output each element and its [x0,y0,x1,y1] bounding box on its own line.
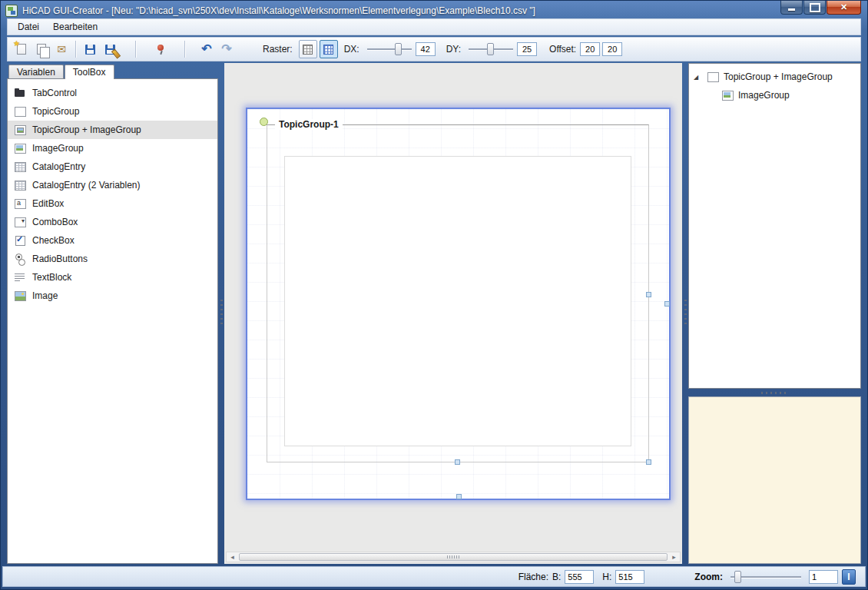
toolbox-item-checkbox[interactable]: CheckBox [8,231,217,250]
grid-snap-icon [323,45,333,55]
topicgroup-icon [707,71,719,83]
resize-handle-group-right[interactable] [646,292,651,297]
menu-datei[interactable]: Datei [11,20,46,34]
toolbox-item-radiobuttons[interactable]: RadioButtons [8,250,217,268]
main-area: Variablen ToolBox TabControl TopicGroup … [7,63,861,564]
right-splitter[interactable] [682,63,688,564]
selected-design-surface[interactable]: TopicGroup-1 [246,108,671,500]
dx-slider[interactable] [367,42,412,56]
tree-item-label: ImageGroup [738,90,790,101]
toolbox-item-label: TopicGroup [32,106,79,117]
right-horizontal-splitter[interactable] [688,389,861,396]
scrollbar-thumb[interactable] [239,553,668,561]
zoom-slider-thumb[interactable] [734,571,741,583]
toolbox-item-catalogentry-2[interactable]: CatalogEntry (2 Variablen) [8,176,217,194]
undo-button[interactable]: ↶ [197,39,217,59]
right-panel: ◢ TopicGroup + ImageGroup ImageGroup [688,63,861,564]
tab-toolbox[interactable]: ToolBox [65,65,114,79]
tree-item-root[interactable]: ◢ TopicGroup + ImageGroup [689,68,860,86]
app-window: HiCAD GUI-Creator - [Neu: "D:\hicad_svn\… [0,0,868,590]
toolbox-item-label: CheckBox [32,235,75,246]
zoom-label: Zoom: [694,572,723,582]
grid-icon [303,45,313,55]
tree-expander-icon[interactable]: ◢ [694,74,702,81]
left-panel-tabs: Variablen ToolBox [7,63,218,78]
maximize-button[interactable] [803,1,826,15]
toolbox-item-combobox[interactable]: ComboBox [8,213,217,231]
toolbox-item-textblock[interactable]: TextBlock [8,268,217,287]
menu-bearbeiten[interactable]: Bearbeiten [46,20,104,34]
tree-item-label: TopicGroup + ImageGroup [724,71,833,82]
imagegroup-icon [14,142,26,154]
close-button[interactable] [827,1,861,15]
save-as-button[interactable] [100,39,120,59]
toolbox-item-label: EditBox [32,198,64,209]
dx-input[interactable] [416,42,436,56]
property-panel[interactable] [688,396,861,564]
offset-x-input[interactable] [580,42,600,56]
zoom-input[interactable] [809,570,838,584]
title-bar[interactable]: HiCAD GUI-Creator - [Neu: "D:\hicad_svn\… [1,1,867,18]
resize-handle-surface-bottom[interactable] [456,494,462,499]
pin-icon [155,43,166,55]
toolbar-separator [184,41,185,58]
horizontal-scrollbar[interactable]: ◂ ▸ [226,552,681,562]
raster-grid-button[interactable] [299,40,317,58]
element-tree: ◢ TopicGroup + ImageGroup ImageGroup [688,63,861,389]
left-splitter[interactable] [218,63,224,564]
toolbox-item-imagegroup[interactable]: ImageGroup [8,139,217,157]
area-label: Fläche: [518,572,548,582]
resize-handle-surface-right[interactable] [664,301,670,307]
splitter-grip-icon [684,300,687,327]
toolbox-item-topicgroup[interactable]: TopicGroup [8,102,217,121]
resize-handle-group-bottom[interactable] [455,459,460,465]
dy-slider[interactable] [469,42,513,56]
tree-item-imagegroup[interactable]: ImageGroup [689,86,860,104]
toolbox-item-topicgroup-imagegroup[interactable]: TopicGroup + ImageGroup [8,121,217,139]
zoom-tool-icon: I [847,572,850,582]
toolbox-list: TabControl TopicGroup TopicGroup + Image… [7,78,218,564]
topicgroup-element[interactable]: TopicGroup-1 [267,124,649,462]
toolbox-item-label: ComboBox [32,217,78,227]
new-button[interactable] [12,39,31,59]
app-icon [5,5,18,17]
dy-input[interactable] [517,42,537,56]
redo-button[interactable]: ↷ [217,39,237,59]
dy-label: DY: [446,44,461,55]
toolbox-item-catalogentry[interactable]: CatalogEntry [8,157,217,176]
scroll-left-icon[interactable]: ◂ [227,552,238,562]
tab-variablen[interactable]: Variablen [8,65,64,78]
width-input[interactable] [565,570,594,584]
raster-snap-button[interactable] [320,40,338,58]
toolbox-item-editbox[interactable]: EditBox [8,194,217,213]
dx-label: DX: [344,44,359,55]
toolbox-item-tabcontrol[interactable]: TabControl [8,84,217,102]
new-from-template-button[interactable] [31,39,51,59]
zoom-tool-button[interactable]: I [842,569,856,585]
toolbar: ✉ ↶ ↷ Raster: DX: DY: Offset: [7,37,861,61]
design-canvas[interactable]: TopicGroup-1 ◂ ▸ [224,63,682,564]
tabcontrol-icon [14,87,26,99]
window-controls [780,1,861,15]
dx-slider-track[interactable] [367,48,412,50]
splitter-grip-icon [761,392,789,394]
toolbox-item-image[interactable]: Image [8,287,217,305]
redo-icon: ↷ [221,43,231,55]
pin-button[interactable] [151,39,171,59]
open-button[interactable]: ✉ [51,39,71,59]
dx-slider-thumb[interactable] [395,43,402,55]
menu-bar: Datei Bearbeiten [7,18,861,35]
save-button[interactable] [80,39,100,59]
imagegroup-element[interactable] [284,156,631,446]
height-input[interactable] [615,570,644,584]
dy-slider-thumb[interactable] [487,43,494,55]
toolbar-separator [135,41,136,58]
toolbox-item-label: TopicGroup + ImageGroup [32,124,141,135]
status-bar: Fläche: B: H: Zoom: I [2,566,866,587]
zoom-slider[interactable] [731,570,801,584]
scroll-right-icon[interactable]: ▸ [668,552,680,562]
checkbox-icon [14,234,26,247]
minimize-button[interactable] [780,1,803,15]
offset-y-input[interactable] [602,42,622,56]
resize-handle-group-corner[interactable] [646,459,651,465]
